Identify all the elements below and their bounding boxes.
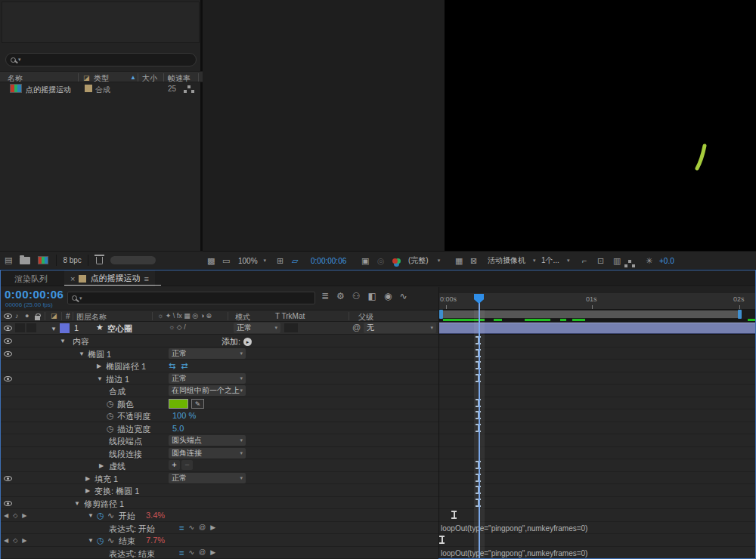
take-snapshot-icon[interactable]: ▣ (361, 252, 369, 270)
work-area-bar[interactable] (439, 310, 742, 318)
project-search-input[interactable]: ▾ (5, 53, 197, 66)
value-select[interactable]: 正常▾ (169, 373, 246, 384)
timeline-search-input[interactable]: ▾ (67, 292, 315, 304)
draft-3d-icon[interactable]: ⚙ (336, 291, 345, 301)
keyframe-row[interactable] (439, 447, 755, 460)
new-folder-icon[interactable] (20, 257, 30, 264)
expression-graph-icon[interactable]: ∿ (188, 549, 194, 556)
tab-composition[interactable]: × 点的摇摆运动 ≡ (64, 270, 155, 286)
tab-render-queue[interactable]: 渲染队列 (14, 273, 48, 285)
layer-duration-bar[interactable] (439, 323, 755, 334)
work-area-row[interactable] (439, 310, 755, 319)
exposure-value[interactable]: +0.0 (659, 252, 674, 270)
graph-editor-icon[interactable]: ∿ (399, 291, 407, 301)
comp-tab-label[interactable]: 点的摇摆运动 (90, 273, 140, 284)
mode-column[interactable]: 模式 (235, 312, 250, 323)
flowchart-icon[interactable] (628, 252, 631, 270)
ruler-columns-icon[interactable]: ▥ (613, 252, 621, 270)
parent-pickwhip-icon[interactable]: @ (352, 323, 361, 332)
value-select[interactable]: 正常▾ (169, 473, 246, 483)
pixel-aspect-correction-icon[interactable]: ⊠ (470, 252, 477, 270)
property-row[interactable]: ◀◇▶▼◷∿开始3.4% (1, 509, 438, 522)
trkmat-select[interactable] (284, 323, 298, 332)
property-label[interactable]: 填充 1 (94, 474, 118, 485)
expander-icon[interactable]: ▶ (99, 462, 104, 469)
path-direction-icons[interactable]: ⇆ ⇄ (169, 361, 190, 371)
adjust-exposure-icon[interactable]: ✳ (646, 252, 652, 270)
parent-column[interactable]: 父级 (358, 312, 373, 323)
property-row[interactable]: 线段连接圆角连接▾ (1, 447, 438, 460)
property-row[interactable]: 合成在同组中前一个之上▾ (1, 385, 438, 397)
property-label[interactable]: 表达式: 开始 (109, 523, 155, 535)
parent-select[interactable]: 无▾ (364, 323, 436, 333)
expander-icon[interactable]: ▼ (97, 375, 103, 382)
color-swatch[interactable] (169, 399, 188, 409)
expression-enable-icon[interactable]: = (179, 523, 184, 533)
expression-language-menu-icon[interactable]: ▶ (210, 549, 215, 556)
property-label[interactable]: 线段连接 (109, 449, 142, 460)
add-menu-icon[interactable]: ▸ (243, 338, 252, 346)
playhead-line[interactable] (479, 302, 480, 558)
choose-grid-guides-icon[interactable]: ⊞ (277, 252, 284, 270)
property-label[interactable]: 椭圆 1 (88, 349, 111, 360)
property-value[interactable]: 5.0 (172, 424, 184, 433)
expander-icon[interactable]: ▶ (85, 475, 90, 482)
toggle-mask-path-icon[interactable]: ⌐ (582, 252, 587, 270)
property-label[interactable]: 合成 (109, 386, 125, 397)
property-label[interactable]: 结束 (119, 536, 135, 547)
magnification-select[interactable]: 100%▾ (238, 252, 266, 270)
work-area-end-handle[interactable] (738, 310, 742, 319)
property-label[interactable]: 颜色 (117, 399, 134, 410)
hide-shy-layers-icon[interactable]: ⚇ (352, 291, 361, 301)
layer-label-swatch[interactable] (60, 323, 70, 333)
work-area-start-handle[interactable] (439, 310, 443, 319)
expander-icon[interactable]: ▼ (74, 500, 80, 507)
viewer-viewport[interactable] (203, 0, 756, 251)
property-eye-icon[interactable] (4, 376, 12, 381)
property-row[interactable]: ◷描边宽度5.0 (1, 422, 438, 435)
property-label[interactable]: 线段端点 (109, 436, 142, 447)
property-row[interactable]: ▶虚线+− (1, 459, 438, 472)
expression-enable-icon[interactable]: = (179, 548, 184, 557)
column-framerate[interactable]: 帧速率 (168, 73, 191, 84)
composition-mini-flowchart-icon[interactable]: ≣ (321, 291, 329, 301)
keyframe-row[interactable] (439, 472, 755, 485)
sort-ascending-icon[interactable]: ▲ (130, 74, 136, 81)
keyframe-row[interactable]: loopOut(type="pingpong",numkeyframes=0) (439, 547, 755, 559)
column-type[interactable]: 类型 (94, 73, 109, 84)
motion-blur-icon[interactable]: ◉ (384, 291, 392, 301)
primary-viewer-icon[interactable]: ▭ (222, 252, 230, 270)
stopwatch-icon[interactable]: ◷ (97, 511, 104, 520)
keyframe-row[interactable] (439, 422, 755, 435)
property-eye-icon[interactable] (4, 338, 12, 344)
keyframe-navigator[interactable]: ◀◇▶ (4, 537, 26, 544)
layer-row[interactable]: ▼ 1 ★ 空心圈 ☼ ◇ / 正常▾ @ 无▾ (1, 322, 438, 335)
property-label[interactable]: 椭圆路径 1 (106, 361, 146, 372)
trkmat-column[interactable]: T TrkMat (275, 312, 305, 320)
layer-name-column[interactable]: 图层名称 (76, 312, 107, 323)
new-composition-icon[interactable] (38, 256, 48, 264)
property-row[interactable]: ▼描边 1正常▾ (1, 372, 438, 385)
add-dash-button[interactable]: + (169, 460, 180, 470)
frame-blending-icon[interactable]: ◧ (368, 291, 376, 301)
scroll-thumb[interactable] (110, 256, 156, 264)
keyframe-row[interactable] (439, 459, 755, 472)
value-select[interactable]: 圆角连接▾ (169, 448, 246, 459)
keyframe-row[interactable] (439, 397, 755, 410)
always-preview-icon[interactable]: ▩ (207, 252, 215, 270)
keyframe-marker[interactable] (451, 511, 457, 519)
layer-switches-icons[interactable]: ☼ ◇ / (169, 324, 186, 331)
keyframe-row[interactable] (439, 484, 755, 497)
stopwatch-icon[interactable]: ◷ (107, 424, 114, 434)
solo-toggle[interactable] (26, 323, 36, 332)
property-label[interactable]: 虚线 (109, 461, 125, 472)
layer-expander[interactable]: ▼ (51, 326, 57, 332)
expression-text[interactable]: loopOut(type="pingpong",numkeyframes=0) (441, 524, 587, 533)
project-item-name[interactable]: 点的摇摆运动 (26, 85, 71, 95)
property-row[interactable]: ▼内容添加:▸ (1, 335, 438, 347)
property-eye-icon[interactable] (4, 476, 12, 481)
graph-icon[interactable]: ∿ (107, 511, 114, 520)
layer-name[interactable]: 空心圈 (107, 323, 132, 335)
property-row[interactable]: ▼椭圆 1正常▾ (1, 347, 438, 360)
region-of-interest-icon[interactable]: ▱ (292, 252, 298, 270)
